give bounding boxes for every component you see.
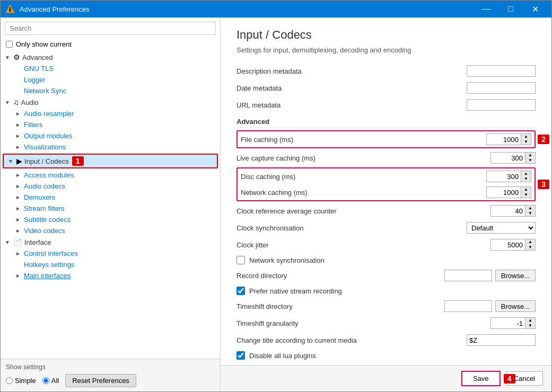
network-caching-up[interactable]: ▲ xyxy=(521,187,531,192)
description-metadata-label: Description metadata xyxy=(236,67,467,75)
clock-jitter-down[interactable]: ▼ xyxy=(525,245,535,250)
reset-preferences-button[interactable]: Reset Preferences xyxy=(65,374,136,387)
tree-item-demuxers[interactable]: ► Demuxers xyxy=(1,192,220,203)
live-capture-up[interactable]: ▲ xyxy=(525,153,535,158)
live-capture-caching-label: Live capture caching (ms) xyxy=(236,154,490,162)
tree-label-advanced: Advanced xyxy=(22,54,53,61)
save-btn-wrapper: Save 4 xyxy=(461,371,501,386)
change-title-label: Change title according to current media xyxy=(236,336,467,344)
file-caching-input[interactable]: 1000 xyxy=(486,133,521,145)
simple-label: Simple xyxy=(15,377,36,385)
show-settings-label: Show settings xyxy=(6,363,215,371)
clock-jitter-up[interactable]: ▲ xyxy=(525,239,535,245)
timeshift-directory-browse-button[interactable]: Browse... xyxy=(495,300,536,312)
tree-item-advanced[interactable]: ▼ ⚙ Advanced xyxy=(1,51,220,63)
tree-item-filters[interactable]: ► Filters xyxy=(1,119,220,130)
tree-item-network-sync[interactable]: Network Sync xyxy=(1,85,220,96)
live-capture-down[interactable]: ▼ xyxy=(525,158,535,163)
url-metadata-input[interactable] xyxy=(467,99,536,111)
music-icon: ♫ xyxy=(13,98,19,106)
tree-item-access-modules[interactable]: ► Access modules xyxy=(1,170,220,181)
bottom-bar: Show settings Simple All Reset Preferenc… xyxy=(1,359,220,391)
timeshift-granularity-input[interactable]: -1 xyxy=(490,317,525,329)
record-directory-browse-button[interactable]: Browse... xyxy=(495,270,536,281)
all-radio[interactable] xyxy=(42,377,49,384)
expand-icon-input-codecs: ▼ xyxy=(8,158,16,164)
right-panel: Input / Codecs Settings for input, demul… xyxy=(221,17,551,391)
minimize-button[interactable]: — xyxy=(474,1,498,17)
badge-4: 4 xyxy=(504,374,515,384)
tree-label-access-modules: Access modules xyxy=(24,171,74,179)
clock-jitter-input[interactable]: 5000 xyxy=(490,239,525,251)
advanced-section-header: Advanced xyxy=(236,113,536,128)
tree-item-video-codecs[interactable]: ► Video codecs xyxy=(1,225,220,236)
disc-caching-input[interactable]: 300 xyxy=(486,171,521,182)
tree-label-video-codecs: Video codecs xyxy=(24,227,65,235)
tree-item-hotkeys[interactable]: Hotkeys settings xyxy=(1,259,220,270)
network-caching-input[interactable]: 1000 xyxy=(486,186,521,198)
tree-item-control-interfaces[interactable]: ► Control interfaces xyxy=(1,248,220,259)
timeshift-granularity-up[interactable]: ▲ xyxy=(525,318,535,323)
tree-item-stream-filters[interactable]: ► Stream filters xyxy=(1,203,220,214)
clock-ref-avg-down[interactable]: ▼ xyxy=(525,211,535,216)
clock-ref-avg-row: Clock reference average counter 40 ▲ ▼ xyxy=(236,202,536,219)
tree-item-input-codecs[interactable]: ▼ ▶ Input / Codecs 1 xyxy=(4,155,217,167)
network-caching-label: Network caching (ms) xyxy=(241,189,486,197)
close-button[interactable]: ✕ xyxy=(523,1,547,17)
clock-sync-select[interactable]: Default xyxy=(467,222,536,234)
file-caching-up[interactable]: ▲ xyxy=(521,134,531,139)
expand-icon-audio-codecs: ► xyxy=(15,183,24,189)
prefer-native-label: Prefer native stream recording xyxy=(249,287,342,295)
expand-icon-main-interfaces: ► xyxy=(15,273,24,279)
timeshift-granularity-down[interactable]: ▼ xyxy=(525,323,535,328)
maximize-button[interactable]: □ xyxy=(498,1,523,17)
file-caching-spin-buttons: ▲ ▼ xyxy=(521,133,531,145)
clock-ref-avg-label: Clock reference average counter xyxy=(236,207,490,215)
all-radio-item: All xyxy=(42,377,59,385)
tree-item-interface[interactable]: ▼ 📄 Interface xyxy=(1,236,220,248)
network-caching-down[interactable]: ▼ xyxy=(521,192,531,198)
radio-row: Simple All Reset Preferences xyxy=(6,374,215,387)
search-input[interactable] xyxy=(5,22,216,35)
tree-label-visualizations: Visualizations xyxy=(24,143,66,151)
simple-radio[interactable] xyxy=(6,377,13,384)
tree-item-audio[interactable]: ▼ ♫ Audio xyxy=(1,96,220,108)
date-metadata-input[interactable] xyxy=(467,82,536,94)
expand-icon-visualizations: ► xyxy=(15,144,24,150)
tree-item-subtitle-codecs[interactable]: ► Subtitle codecs xyxy=(1,214,220,225)
network-sync-checkbox[interactable] xyxy=(236,256,245,264)
tree-item-logger[interactable]: Logger xyxy=(1,74,220,85)
disc-caching-up[interactable]: ▲ xyxy=(521,171,531,176)
only-show-current-checkbox[interactable] xyxy=(6,41,13,48)
tree-item-audio-codecs[interactable]: ► Audio codecs xyxy=(1,181,220,192)
tree-label-audio: Audio xyxy=(21,99,39,106)
expand-icon-demuxers: ► xyxy=(15,194,24,200)
change-title-input[interactable]: $Z xyxy=(467,334,536,346)
file-caching-down[interactable]: ▼ xyxy=(521,139,531,145)
expand-icon-video-codecs: ► xyxy=(15,228,24,234)
change-title-row: Change title according to current media … xyxy=(236,332,536,349)
record-directory-input[interactable] xyxy=(444,270,492,281)
tree-item-output-modules[interactable]: ► Output modules xyxy=(1,130,220,141)
prefer-native-checkbox[interactable] xyxy=(236,287,245,295)
record-directory-row: Record directory Browse... xyxy=(236,267,536,284)
tree-label-logger: Logger xyxy=(24,76,45,84)
tree-item-visualizations[interactable]: ► Visualizations xyxy=(1,141,220,153)
disc-caching-down[interactable]: ▼ xyxy=(521,176,531,182)
description-metadata-input[interactable] xyxy=(467,65,536,77)
tree-item-main-interfaces[interactable]: ► Main interfaces xyxy=(1,270,220,281)
save-button[interactable]: Save xyxy=(461,371,501,386)
clock-jitter-spinner: 5000 ▲ ▼ xyxy=(490,239,536,251)
tree-item-gnu-tls[interactable]: GNU TLS xyxy=(1,63,220,74)
clock-ref-avg-input[interactable]: 40 xyxy=(490,205,525,217)
svg-point-2 xyxy=(10,7,11,8)
live-capture-input[interactable]: 300 xyxy=(490,152,525,164)
disable-lua-checkbox[interactable] xyxy=(236,351,245,360)
clock-ref-avg-up[interactable]: ▲ xyxy=(525,206,535,211)
tree-item-audio-resampler[interactable]: ► Audio resampler xyxy=(1,108,220,119)
timeshift-directory-input[interactable] xyxy=(444,300,492,312)
expand-icon-audio: ▼ xyxy=(5,100,13,105)
expand-icon-access-modules: ► xyxy=(15,172,24,178)
clock-jitter-row: Clock jitter 5000 ▲ ▼ xyxy=(236,236,536,253)
tree-label-output-modules: Output modules xyxy=(24,132,73,140)
